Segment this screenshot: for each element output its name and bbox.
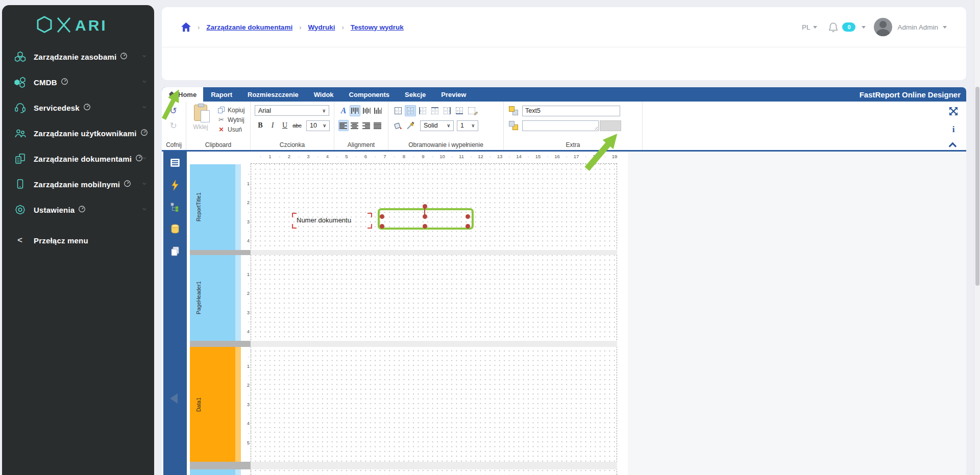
align-left-button[interactable]	[338, 120, 349, 131]
sidebar-item-4[interactable]: Zarządzanie dokumentami ⌄	[2, 146, 154, 171]
info-button[interactable]: i	[948, 124, 959, 135]
bring-forward-button[interactable]	[508, 105, 519, 116]
sidebar-item-1[interactable]: CMDB ⌄	[2, 69, 154, 95]
pages-panel-button[interactable]	[163, 246, 187, 256]
border-draw-button[interactable]: ✎	[466, 105, 477, 116]
breadcrumb-link-documents[interactable]: Zarządzanie dokumentami	[206, 23, 292, 31]
sidebar-item-0[interactable]: Zarządzanie zasobami ⌄	[2, 44, 154, 69]
border-style-select[interactable]: Solid ∨	[420, 120, 454, 131]
ruler-half-tick: ·	[352, 154, 360, 159]
font-family-select[interactable]: Arial ∨	[255, 105, 329, 116]
band-ruler-half-tick: ·	[241, 430, 250, 436]
copy-button[interactable]: Kopiuj	[217, 105, 244, 115]
tab-widok[interactable]: Widok	[306, 87, 341, 102]
send-backward-button[interactable]	[508, 120, 519, 131]
bell-icon[interactable]	[828, 22, 838, 32]
data-panel-button[interactable]	[163, 224, 187, 234]
language-selector[interactable]: PL	[802, 23, 811, 31]
chevron-down-icon[interactable]	[943, 26, 947, 29]
border-bottom-button[interactable]	[454, 105, 465, 116]
tab-raport[interactable]: Raport	[203, 87, 240, 102]
sidebar-item-2[interactable]: Servicedesk ⌄	[2, 95, 154, 120]
home-icon[interactable]	[181, 22, 191, 32]
valign-bottom-button[interactable]	[373, 105, 383, 116]
delete-button[interactable]: ✕ Usuń	[217, 124, 244, 134]
underline-button[interactable]: U	[279, 120, 290, 131]
oxari-logo-icon: ARI	[34, 15, 122, 35]
redo-button[interactable]: ↻	[168, 120, 179, 131]
sidebar-item-5[interactable]: Zarządzanie mobilnymi ⌄	[2, 171, 154, 197]
properties-panel-button[interactable]	[163, 159, 187, 167]
undo-button[interactable]: ↺	[168, 105, 179, 116]
collapse-ribbon-button[interactable]	[948, 139, 959, 151]
align-right-button[interactable]	[361, 120, 372, 131]
fill-color-button[interactable]	[393, 120, 404, 131]
strikethrough-button[interactable]: abc	[291, 120, 303, 131]
border-width-select[interactable]: 1 ∨	[457, 120, 478, 131]
collapse-panel-icon[interactable]	[170, 393, 178, 404]
sidebar-item-3[interactable]: Zarządzanie użytkownikami ⌄	[2, 120, 154, 146]
band-ruler-half-tick: ·	[241, 319, 250, 324]
chevron-down-icon[interactable]	[813, 26, 817, 29]
report-canvas[interactable]: ·1·2·3·4·5·6·7·8·9·10·11·12·13·14·15·16·…	[162, 152, 966, 475]
tab-preview[interactable]: Preview	[433, 87, 474, 102]
border-right-button[interactable]	[442, 105, 453, 116]
scrollbar-thumb[interactable]	[975, 87, 979, 286]
border-style-value: Solid	[424, 122, 438, 129]
band-separator[interactable]	[190, 341, 251, 347]
bold-button[interactable]: B	[255, 120, 266, 131]
resize-handle[interactable]	[465, 224, 470, 229]
band-separator[interactable]	[190, 462, 251, 469]
align-center-button[interactable]	[350, 120, 360, 131]
valign-center-button[interactable]	[361, 105, 372, 116]
band-ruler-tick: 4	[241, 329, 250, 334]
avatar[interactable]	[874, 18, 892, 36]
border-top-button[interactable]	[429, 105, 440, 116]
notification-badge[interactable]: 0	[842, 22, 855, 32]
italic-button[interactable]: I	[267, 120, 278, 131]
fullscreen-button[interactable]	[948, 106, 959, 117]
band-strip-partial[interactable]	[190, 469, 235, 475]
band-ruler-tick: 1	[241, 363, 250, 369]
resize-handle[interactable]	[380, 224, 384, 229]
redo-arrow-icon: ↻	[169, 121, 177, 130]
border-none-button[interactable]	[405, 105, 416, 116]
expression-button[interactable]	[600, 120, 621, 131]
breadcrumb-current-page[interactable]: Testowy wydruk	[351, 23, 404, 31]
border-brush-button[interactable]	[405, 120, 416, 131]
resize-handle[interactable]	[465, 214, 470, 219]
paste-button[interactable]: Wklej	[190, 105, 211, 136]
font-size-select[interactable]: 10 ∨	[306, 120, 330, 131]
rotation-handle[interactable]	[423, 204, 427, 209]
cut-button[interactable]: ✂ Wytnij	[217, 115, 244, 124]
tab-sekcje[interactable]: Sekcje	[397, 87, 433, 102]
valign-top-button[interactable]	[350, 105, 360, 116]
resize-handle[interactable]	[423, 224, 427, 229]
band-ruler-half-tick: ·	[241, 281, 250, 286]
font-color-button[interactable]: A	[338, 105, 349, 116]
expression-input[interactable]	[522, 120, 599, 131]
sidebar-toggle[interactable]: < Przełącz menu	[2, 228, 154, 253]
breadcrumb-link-printouts[interactable]: Wydruki	[308, 23, 335, 31]
border-all-button[interactable]	[393, 105, 404, 116]
tab-home[interactable]: Home	[162, 87, 203, 102]
sidebar-item-6[interactable]: Ustawienia ⌄	[2, 197, 154, 222]
border-left-button[interactable]	[417, 105, 428, 116]
resize-handle[interactable]	[380, 214, 384, 219]
chevron-down-icon[interactable]	[862, 26, 866, 29]
band-separator[interactable]	[190, 250, 251, 255]
align-justify-button[interactable]	[373, 120, 383, 131]
tab-components[interactable]: Components	[341, 87, 397, 102]
events-panel-button[interactable]	[163, 180, 187, 190]
font-group: Arial ∨ B I U abc 10 ∨ Czcionka	[251, 102, 334, 150]
resize-handle[interactable]	[423, 214, 427, 219]
page-scrollbar[interactable]	[974, 0, 980, 475]
font-group-label: Czcionka	[251, 141, 334, 148]
element-name-input[interactable]	[522, 106, 620, 116]
tab-rozmieszczenie[interactable]: Rozmieszczenie	[240, 87, 306, 102]
report-tree-button[interactable]	[163, 203, 187, 212]
user-name[interactable]: Admin Admin	[897, 23, 938, 31]
alignment-group-label: Alignment	[334, 141, 388, 148]
ruler-half-tick: ·	[448, 154, 456, 159]
report-text-element[interactable]: Numer dokumentu	[292, 213, 372, 228]
